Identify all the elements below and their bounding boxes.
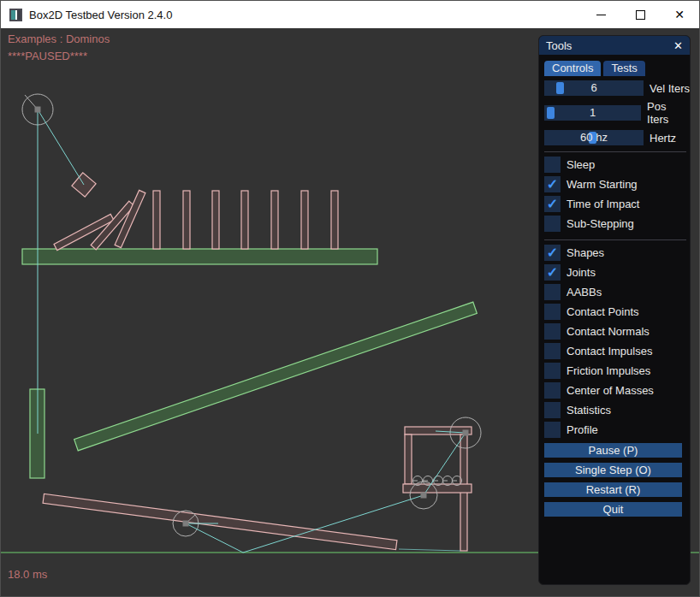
checkbox-profile[interactable]: Profile — [539, 420, 690, 440]
checkbox-box[interactable] — [544, 343, 561, 359]
app-window: Box2D Testbed Version 2.4.0 ✕ — [0, 0, 700, 597]
checkbox-box[interactable] — [544, 284, 561, 300]
check-icon — [547, 264, 558, 281]
quit-button[interactable]: Quit — [544, 502, 682, 517]
hertz-slider[interactable]: 60 hz — [544, 130, 644, 145]
checkbox-contact-impulses[interactable]: Contact Impulses — [539, 341, 690, 361]
separator — [544, 151, 686, 152]
check-icon — [547, 245, 558, 261]
checkbox-time-of-impact[interactable]: Time of Impact — [539, 194, 690, 214]
close-icon: ✕ — [674, 9, 685, 21]
vel-iters-slider[interactable]: 6 — [544, 80, 644, 96]
minimize-icon — [596, 15, 606, 15]
standing-domino — [271, 191, 278, 249]
tab-tests[interactable]: Tests — [603, 61, 644, 76]
joint-anchors — [35, 107, 469, 527]
pos-iters-label: Pos Iters — [647, 100, 690, 126]
checkbox-box[interactable] — [544, 216, 561, 232]
checkbox-contact-normals[interactable]: Contact Normals — [539, 322, 690, 341]
frame-left-post — [405, 434, 412, 484]
checkbox-center-of-masses[interactable]: Center of Masses — [539, 381, 690, 400]
app-icon — [9, 9, 22, 21]
tools-panel: Tools ✕ Controls Tests 6 Vel Iters 1 Pos… — [538, 35, 691, 585]
paused-label: ****PAUSED**** — [8, 50, 87, 62]
maximize-button[interactable] — [620, 1, 660, 28]
frame-time-label: 18.0 ms — [8, 568, 47, 581]
restart-button[interactable]: Restart (R) — [544, 482, 682, 497]
separator — [544, 239, 686, 240]
minimize-button[interactable] — [581, 1, 620, 28]
checkbox-box[interactable] — [544, 363, 561, 379]
check-icon — [547, 196, 558, 212]
checkbox-box[interactable] — [544, 304, 561, 320]
checkbox-box[interactable] — [544, 176, 561, 192]
window-controls: ✕ — [581, 1, 699, 28]
checkbox-aabbs[interactable]: AABBs — [539, 282, 690, 302]
close-button[interactable]: ✕ — [660, 1, 699, 28]
pause-button[interactable]: Pause (P) — [544, 443, 682, 458]
checkbox-box[interactable] — [544, 245, 561, 261]
check-icon — [547, 176, 558, 192]
checkbox-joints[interactable]: Joints — [539, 263, 690, 282]
checkbox-statistics[interactable]: Statistics — [539, 400, 690, 420]
checkbox-sub-stepping[interactable]: Sub-Stepping — [539, 214, 690, 233]
window-title: Box2D Testbed Version 2.4.0 — [29, 9, 172, 21]
example-label: Examples : Dominos — [8, 33, 110, 45]
hertz-value: 60 hz — [544, 130, 644, 145]
tools-panel-title: Tools — [546, 39, 572, 52]
standing-domino — [212, 191, 219, 249]
checkbox-shapes[interactable]: Shapes — [539, 243, 690, 263]
checkbox-friction-impulses[interactable]: Friction Impulses — [539, 361, 690, 381]
checkbox-sleep[interactable]: Sleep — [539, 155, 690, 174]
standing-domino — [331, 191, 338, 249]
checkbox-box[interactable] — [544, 402, 561, 418]
maximize-icon — [636, 10, 645, 20]
panel-close-icon[interactable]: ✕ — [673, 39, 683, 52]
standing-domino — [241, 191, 248, 249]
pos-iters-slider[interactable]: 1 — [544, 105, 641, 121]
standing-domino — [183, 191, 190, 249]
checkbox-box[interactable] — [544, 382, 561, 399]
window-titlebar[interactable]: Box2D Testbed Version 2.4.0 ✕ — [1, 1, 699, 28]
tab-controls[interactable]: Controls — [544, 61, 601, 76]
checkbox-warm-starting[interactable]: Warm Starting — [539, 174, 690, 194]
single-step-button[interactable]: Single Step (O) — [544, 463, 682, 477]
tools-panel-header[interactable]: Tools ✕ — [539, 36, 690, 55]
hertz-label: Hertz — [650, 132, 676, 145]
checkbox-box[interactable] — [544, 196, 561, 212]
checkbox-box[interactable] — [544, 323, 561, 340]
vel-iters-label: Vel Iters — [650, 82, 690, 95]
vel-iters-value: 6 — [544, 80, 644, 96]
checkbox-box[interactable] — [544, 264, 561, 281]
panel-buttons: Pause (P) Single Step (O) Restart (R) Qu… — [544, 443, 682, 517]
standing-domino — [301, 191, 308, 249]
checkbox-box[interactable] — [544, 157, 561, 173]
frame-top-beam — [405, 427, 472, 434]
standing-domino — [153, 191, 160, 249]
checkbox-contact-points[interactable]: Contact Points — [539, 302, 690, 322]
checkbox-box[interactable] — [544, 422, 561, 438]
panel-tabs: Controls Tests — [539, 61, 690, 76]
domino-platform — [22, 249, 377, 264]
pos-iters-value: 1 — [544, 105, 641, 121]
